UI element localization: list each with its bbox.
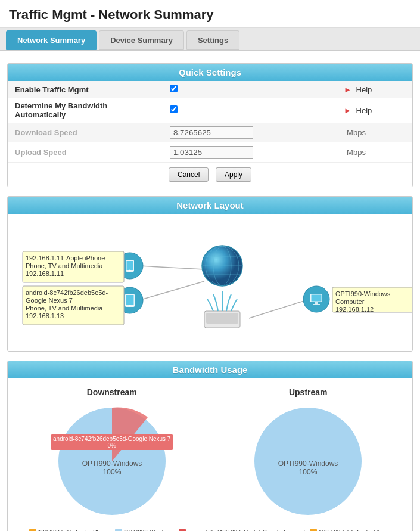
downstream-center-pct-label: 100% [102, 468, 121, 476]
upstream-pie: OPTI990-Windows 100% [248, 402, 368, 521]
legend-label-iphone-d: 192.168.1.11-Apple iPhone [38, 529, 110, 532]
svg-text:Google Nexus 7: Google Nexus 7 [26, 297, 73, 304]
svg-rect-23 [315, 302, 318, 304]
table-row: Download Speed Mbps [8, 123, 412, 142]
svg-rect-22 [312, 295, 322, 302]
quick-settings-section: Quick Settings Enable Traffic Mgmt ► Hel… [7, 63, 413, 187]
svg-rect-12 [127, 261, 133, 270]
download-speed-input[interactable] [170, 126, 253, 139]
bandwidth-auto-help: ► Help [337, 98, 412, 123]
help-label2: Help [356, 106, 372, 115]
table-row: Determine My Bandwidth Automatically ► H… [8, 98, 412, 123]
download-unit-label: Mbps [344, 128, 366, 137]
svg-point-13 [129, 270, 131, 272]
legend-label-nexus-d: android-8c742fb26deb5e5d-Google Nexus 7 [188, 529, 305, 532]
svg-text:Phone, TV and Multimedia: Phone, TV and Multimedia [26, 305, 103, 312]
svg-rect-19 [206, 313, 238, 324]
svg-line-1 [139, 281, 204, 300]
legend-color-windows-d [115, 529, 122, 531]
svg-text:Computer: Computer [335, 298, 365, 305]
bw-charts-row: Downstream [14, 384, 406, 524]
svg-line-3 [249, 300, 306, 318]
download-speed-label: Download Speed [8, 123, 163, 142]
bandwidth-auto-checkbox-cell [163, 98, 337, 123]
upload-speed-label: Upload Speed [8, 142, 163, 162]
legend-label-iphone-u: 192.168.1.11-Apple iPhone [319, 529, 391, 532]
apply-button[interactable]: Apply [216, 167, 251, 182]
enable-traffic-checkbox-cell [163, 81, 337, 98]
legend-color-nexus-d [179, 529, 186, 531]
svg-text:Phone, TV and Multimedia: Phone, TV and Multimedia [26, 262, 103, 269]
tab-device-summary[interactable]: Device Summary [99, 30, 184, 50]
quick-settings-buttons: Cancel Apply [8, 162, 412, 187]
bandwidth-usage-section: Bandwidth Usage Downstream [7, 361, 413, 531]
main-content: Quick Settings Enable Traffic Mgmt ► Hel… [0, 51, 420, 531]
quick-settings-table: Enable Traffic Mgmt ► Help Determine My … [8, 81, 412, 162]
downstream-chart: Downstream [18, 387, 206, 521]
quick-settings-header: Quick Settings [8, 64, 412, 81]
enable-traffic-help: ► Help [337, 81, 412, 98]
legend-item-iphone-upstream: 192.168.1.11-Apple iPhone [310, 529, 391, 531]
upstream-pie-svg: OPTI990-Windows 100% [248, 402, 368, 521]
network-layout-header: Network Layout [8, 197, 412, 214]
svg-text:192.168.1.13: 192.168.1.13 [26, 312, 64, 319]
legend-color-iphone-d [29, 529, 36, 531]
upload-speed-input[interactable] [170, 146, 253, 159]
upload-speed-input-cell [163, 142, 337, 162]
svg-text:192.168.1.11-Apple iPhone: 192.168.1.11-Apple iPhone [26, 254, 105, 262]
download-speed-unit: Mbps [337, 123, 412, 142]
table-row: Upload Speed Mbps [8, 142, 412, 162]
tab-settings[interactable]: Settings [186, 30, 239, 50]
bandwidth-legend: 192.168.1.11-Apple iPhone OPTI990-Window… [14, 524, 406, 531]
table-row: Enable Traffic Mgmt ► Help [8, 81, 412, 98]
downstream-nexus-label: android-8c742fb26deb5e5d-Google Nexus 70… [51, 434, 173, 450]
upload-unit-label: Mbps [344, 148, 366, 157]
bandwidth-auto-checkbox[interactable] [170, 105, 178, 113]
cancel-button[interactable]: Cancel [169, 167, 209, 182]
svg-line-0 [139, 266, 204, 269]
upload-speed-unit: Mbps [337, 142, 412, 162]
tab-bar: Network Summary Device Summary Settings [0, 28, 420, 51]
page-title: Traffic Mgmt - Network Summary [0, 0, 420, 28]
bandwidth-charts-container: Downstream [8, 378, 412, 531]
legend-item-nexus-downstream: android-8c742fb26deb5e5d-Google Nexus 7 [179, 529, 305, 531]
downstream-pie: OPTI990-Windows 100% android-8c742fb26de… [52, 402, 172, 521]
legend-label-windows-d: OPTI990-Windows [124, 529, 174, 532]
tab-network-summary[interactable]: Network Summary [6, 30, 97, 50]
legend-item-iphone-downstream: 192.168.1.11-Apple iPhone [29, 529, 110, 531]
svg-text:android-8c742fb26deb5e5d-: android-8c742fb26deb5e5d- [26, 289, 108, 296]
downstream-pie-svg: OPTI990-Windows 100% [52, 402, 172, 521]
svg-rect-16 [126, 295, 134, 305]
network-layout-section: Network Layout [7, 196, 413, 352]
enable-traffic-label: Enable Traffic Mgmt [8, 81, 163, 98]
downstream-center-device-label: OPTI990-Windows [82, 459, 142, 468]
svg-text:192.168.1.12: 192.168.1.12 [335, 306, 374, 313]
enable-traffic-checkbox[interactable] [170, 85, 178, 92]
upstream-chart: Upstream OPTI990-Windows 100% [214, 387, 402, 521]
svg-text:192.168.1.11: 192.168.1.11 [26, 270, 64, 277]
network-diagram-container: 192.168.1.11-Apple iPhone Phone, TV and … [8, 214, 412, 351]
legend-item-windows-downstream: OPTI990-Windows [115, 529, 174, 531]
upstream-title: Upstream [214, 387, 402, 397]
upstream-center-pct-label: 100% [299, 468, 318, 476]
bandwidth-auto-label: Determine My Bandwidth Automatically [8, 98, 163, 123]
help-arrow2-icon: ► [344, 106, 351, 115]
legend-color-iphone-u [310, 529, 317, 531]
help-label: Help [356, 85, 372, 94]
downstream-title: Downstream [18, 387, 206, 397]
svg-point-17 [129, 305, 131, 307]
svg-rect-24 [313, 304, 320, 305]
bandwidth-usage-header: Bandwidth Usage [8, 361, 412, 378]
upstream-center-device-label: OPTI990-Windows [278, 459, 338, 468]
network-diagram-svg: 192.168.1.11-Apple iPhone Phone, TV and … [14, 223, 413, 342]
help-arrow-icon: ► [344, 85, 351, 94]
download-speed-input-cell [163, 123, 337, 142]
svg-text:OPTI990-Windows: OPTI990-Windows [335, 290, 391, 297]
